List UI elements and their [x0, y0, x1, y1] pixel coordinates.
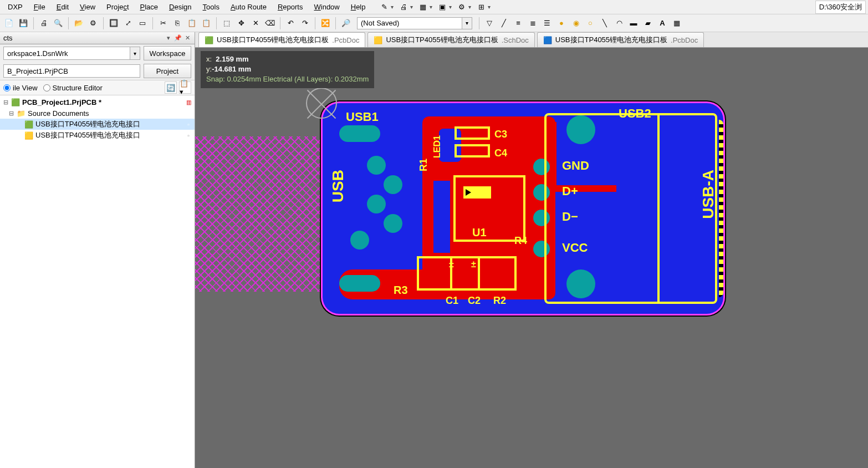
dropdown-arrow-icon[interactable]: ▾: [462, 17, 472, 29]
deselect-icon[interactable]: ✕: [249, 17, 262, 30]
pcb-board[interactable]: USB1 USB U1 R1 LED1 C3 C4: [323, 103, 723, 314]
tree-document[interactable]: 🟨 USB接口TP4055锂电池充电接口 ▫: [0, 130, 195, 141]
file-view-radio[interactable]: ile View: [3, 84, 38, 92]
filter-icon[interactable]: ▽: [483, 17, 496, 30]
pin1-marker: [466, 189, 471, 196]
project-input[interactable]: [3, 64, 140, 78]
polygon-hatch: [195, 136, 326, 292]
select-icon[interactable]: ⬚: [220, 17, 233, 30]
grid-icon[interactable]: ⊞: [474, 2, 488, 13]
document-combo-input[interactable]: [357, 17, 462, 29]
component-outline: [453, 175, 525, 242]
align-right-icon[interactable]: ☰: [540, 17, 554, 30]
menu-place[interactable]: Place: [135, 1, 164, 13]
menu-view[interactable]: View: [74, 1, 101, 13]
panel-pin-icon[interactable]: 📌: [174, 34, 182, 42]
paste-icon[interactable]: 📋: [185, 17, 198, 30]
preview-icon[interactable]: 🔍: [52, 17, 65, 30]
workspace-input[interactable]: [3, 47, 130, 60]
menu-tools[interactable]: Tools: [197, 1, 225, 13]
ring-icon[interactable]: ○: [584, 17, 597, 30]
menu-edit[interactable]: Edit: [51, 1, 74, 13]
menu-help[interactable]: Help: [345, 1, 371, 13]
workspace-combo[interactable]: ▾: [3, 47, 140, 60]
zoom-area-icon[interactable]: ⤢: [121, 17, 135, 30]
zoom-fit-icon[interactable]: 🔲: [107, 17, 120, 30]
collapse-icon[interactable]: ⊟: [2, 99, 9, 106]
tab-label: USB接口TP4055锂电池充电接口板: [386, 35, 498, 45]
compile-icon[interactable]: ⚙: [86, 17, 100, 30]
menu-reports[interactable]: Reports: [272, 1, 309, 13]
structure-editor-radio[interactable]: Structure Editor: [43, 84, 103, 92]
tab-pcbdoc2[interactable]: 🟦 USB接口TP4055锂电池充电接口板.PcbDoc: [537, 32, 704, 47]
polygon-icon[interactable]: ▰: [641, 17, 655, 30]
arc-icon[interactable]: ◠: [612, 17, 626, 30]
copy-icon[interactable]: ⎘: [171, 17, 184, 30]
paste-special-icon[interactable]: 📋: [200, 17, 213, 30]
tree-folder[interactable]: ⊟ 📁 Source Documents: [0, 108, 195, 119]
polarity-mark: ±: [471, 260, 476, 269]
folder-icon: 📁: [17, 109, 25, 117]
move-icon[interactable]: ✥: [234, 17, 248, 30]
menu-dxp[interactable]: DXP: [2, 1, 28, 13]
dropdown-arrow-icon[interactable]: ▾: [468, 4, 471, 10]
dropdown-arrow-icon[interactable]: ▾: [130, 47, 140, 60]
menu-project[interactable]: Project: [101, 1, 134, 13]
tree-document[interactable]: 🟩 USB接口TP4055锂电池充电接口 ▫: [0, 119, 195, 130]
string-icon[interactable]: A: [656, 17, 669, 30]
zoom-select-icon[interactable]: ▭: [136, 17, 149, 30]
dropdown-arrow-icon[interactable]: ▾: [410, 4, 413, 10]
track-icon[interactable]: ╲: [598, 17, 611, 30]
print-icon[interactable]: 🖨: [37, 17, 50, 30]
fill-icon[interactable]: ▬: [627, 17, 640, 30]
component-outline: [455, 144, 490, 157]
menu-autoroute[interactable]: Auto Route: [225, 1, 272, 13]
refresh-icon[interactable]: 🔄: [165, 82, 177, 94]
array-icon[interactable]: ▦: [670, 17, 683, 30]
project-button[interactable]: Project: [144, 64, 191, 78]
menu-window[interactable]: Window: [308, 1, 345, 13]
designator-led1: LED1: [432, 135, 442, 158]
pcb-canvas[interactable]: x: 2.159 mm y:-14.681 mm Snap: 0.0254mm …: [195, 48, 868, 468]
menu-file[interactable]: File: [28, 1, 51, 13]
path-field[interactable]: D:\360安全浏: [815, 1, 866, 14]
undo-icon[interactable]: ↶: [284, 17, 297, 30]
preferences-icon[interactable]: ⚙: [455, 2, 468, 13]
collapse-icon[interactable]: ⊟: [8, 110, 14, 117]
via-icon[interactable]: ●: [555, 17, 568, 30]
pencil-icon[interactable]: ✎: [377, 2, 391, 13]
dropdown-arrow-icon[interactable]: ▾: [430, 4, 432, 10]
tab-schdoc[interactable]: 🟨 USB接口TP4055锂电池充电接口板.SchDoc: [367, 32, 534, 47]
redo-icon[interactable]: ↷: [298, 17, 312, 30]
pcbdoc-icon: 🟩: [24, 120, 33, 128]
open-icon[interactable]: 📂: [72, 17, 85, 30]
document-combo[interactable]: ▾: [357, 17, 472, 29]
designator-c2: C2: [468, 295, 481, 307]
document-tabs: 🟩 USB接口TP4055锂电池充电接口板.PcbDoc 🟨 USB接口TP40…: [195, 32, 868, 48]
workspace-button[interactable]: Workspace: [144, 46, 191, 60]
tab-pcbdoc[interactable]: 🟩 USB接口TP4055锂电池充电接口板.PcbDoc: [198, 32, 365, 47]
align-center-icon[interactable]: ≣: [526, 17, 539, 30]
options-icon[interactable]: 📋▾: [179, 82, 191, 94]
dropdown-arrow-icon[interactable]: ▾: [488, 4, 491, 10]
menu-design[interactable]: Design: [164, 1, 197, 13]
project-combo[interactable]: [3, 64, 140, 78]
print-icon[interactable]: 🖨: [397, 2, 410, 13]
tree-project-root[interactable]: ⊟ 🟩 PCB_Project1.PrjPCB * ▥: [0, 96, 195, 108]
crossprobe-icon[interactable]: 🔀: [319, 17, 332, 30]
browse-icon[interactable]: 🔎: [339, 17, 353, 30]
save-icon[interactable]: 💾: [17, 17, 30, 30]
clear-icon[interactable]: ⌫: [263, 17, 277, 30]
component-icon[interactable]: ▣: [436, 2, 449, 13]
align-left-icon[interactable]: ≡: [512, 17, 525, 30]
layers-icon[interactable]: ▦: [416, 2, 430, 13]
panel-menu-icon[interactable]: ▾: [165, 34, 172, 42]
dropdown-arrow-icon[interactable]: ▾: [449, 4, 452, 10]
pad-icon[interactable]: ◉: [569, 17, 583, 30]
panel-close-icon[interactable]: ✕: [183, 34, 191, 42]
pcbdoc-icon: 🟩: [205, 36, 213, 44]
dropdown-arrow-icon[interactable]: ▾: [391, 4, 394, 10]
cut-icon[interactable]: ✂: [156, 17, 170, 30]
net-icon[interactable]: ╱: [497, 17, 510, 30]
new-icon[interactable]: 📄: [2, 17, 16, 30]
